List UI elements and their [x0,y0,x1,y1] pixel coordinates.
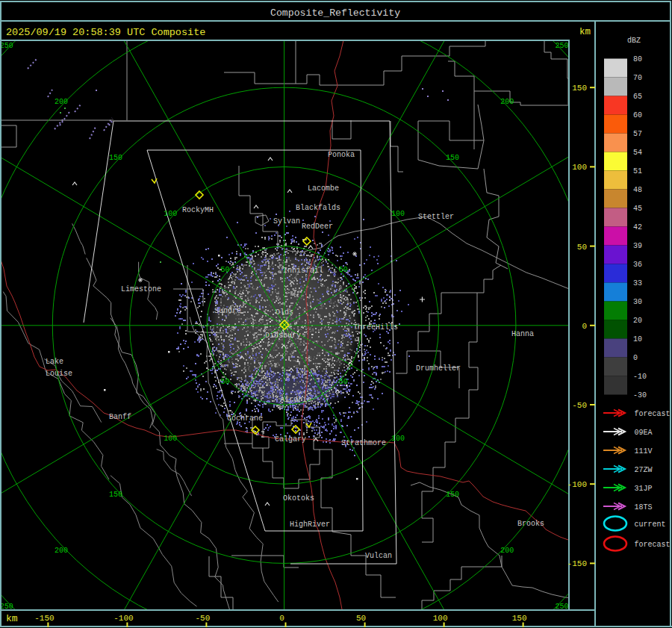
svg-text:100: 100 [391,435,405,443]
svg-text:Olds: Olds [276,308,293,317]
svg-text:dBZ: dBZ [627,37,641,45]
svg-text:30: 30 [633,298,642,306]
svg-text:Cochrane: Cochrane [227,414,263,423]
svg-text:-100: -100 [567,480,587,489]
svg-text:150: 150 [446,154,459,162]
svg-text:0: 0 [633,354,638,362]
svg-text:50: 50 [577,243,587,252]
svg-text:Didsbury: Didsbury [265,332,301,340]
svg-text:48: 48 [633,186,642,194]
svg-text:18TS: 18TS [635,503,653,512]
svg-text:250: 250 [555,42,568,50]
svg-text:2025/09/19 20:58:39 UTC Compos: 2025/09/19 20:58:39 UTC Composite [6,27,205,38]
svg-text:-50: -50 [195,614,210,623]
svg-text:-10: -10 [633,373,647,381]
svg-text:200: 200 [55,98,68,106]
svg-text:Brooks: Brooks [517,520,544,528]
svg-text:200: 200 [55,547,68,555]
svg-text:Composite_Reflectivity: Composite_Reflectivity [270,7,400,19]
svg-text:-150: -150 [34,614,54,623]
svg-text:36: 36 [633,261,642,269]
svg-text:100: 100 [164,435,177,443]
svg-text:current: current [635,520,666,529]
svg-text:Sundre: Sundre [214,307,241,315]
svg-text:Airdrie: Airdrie [280,396,311,404]
svg-text:70: 70 [633,74,642,82]
svg-text:Calgary: Calgary [275,435,306,444]
svg-text:-150: -150 [567,559,587,568]
svg-text:Lake: Lake [46,358,63,366]
svg-text:Drumheller: Drumheller [416,364,461,373]
svg-text:RedDeer: RedDeer [302,223,333,231]
svg-text:forecast: forecast [635,541,671,549]
svg-text:100: 100 [164,210,177,218]
svg-text:Stettler: Stettler [418,213,454,221]
svg-text:Blackfalds: Blackfalds [296,204,340,212]
svg-text:250: 250 [0,42,13,50]
svg-text:100: 100 [572,163,587,172]
svg-text:-100: -100 [113,614,133,623]
svg-text:57: 57 [633,130,642,138]
svg-text:50: 50 [220,266,229,274]
svg-text:Vulcan: Vulcan [365,552,392,560]
svg-text:65: 65 [633,93,642,101]
svg-text:60: 60 [633,111,642,119]
svg-text:Strathmore: Strathmore [341,439,386,447]
svg-text:150: 150 [572,84,587,93]
svg-text:50: 50 [220,378,229,386]
svg-text:150: 150 [109,154,122,162]
svg-text:45: 45 [633,205,642,213]
svg-text:Lacombe: Lacombe [308,184,339,193]
svg-text:km: km [579,27,591,37]
svg-text:39: 39 [633,242,642,250]
svg-text:Limestone: Limestone [121,285,161,293]
svg-text:HighRiver: HighRiver [290,520,330,529]
svg-text:31JP: 31JP [635,485,653,493]
svg-text:51: 51 [633,167,642,175]
svg-text:0: 0 [279,614,284,623]
svg-text:50: 50 [339,266,348,274]
svg-text:20: 20 [633,317,642,325]
svg-text:RockyMH: RockyMH [182,206,214,214]
svg-text:27ZW: 27ZW [635,466,653,474]
svg-text:100: 100 [391,210,405,218]
svg-text:0: 0 [582,322,587,331]
svg-text:09EA: 09EA [635,429,653,437]
svg-text:150: 150 [109,491,122,499]
svg-text:10: 10 [633,335,642,343]
svg-text:-30: -30 [633,391,647,400]
svg-text:forecast: forecast [635,410,671,418]
svg-text:33: 33 [633,279,642,287]
svg-text:km: km [6,613,18,624]
svg-text:ThreeHills: ThreeHills [353,323,398,332]
svg-text:150: 150 [512,614,527,623]
svg-text:200: 200 [500,98,514,106]
svg-text:100: 100 [433,614,448,623]
svg-text:Banff: Banff [109,413,131,421]
svg-text:80: 80 [633,55,642,63]
svg-text:200: 200 [500,547,514,555]
svg-text:Hanna: Hanna [511,330,534,338]
svg-text:150: 150 [446,491,459,499]
svg-text:42: 42 [633,223,642,231]
svg-text:54: 54 [633,149,642,157]
svg-text:-50: -50 [572,401,587,410]
svg-text:111V: 111V [635,447,653,456]
svg-text:Louise: Louise [46,370,72,378]
svg-text:Innisfail: Innisfail [283,267,323,275]
svg-text:Ponoka: Ponoka [328,151,355,159]
svg-text:50: 50 [356,614,366,623]
svg-text:Okotoks: Okotoks [283,494,314,503]
svg-text:Sylvan: Sylvan [273,217,300,226]
